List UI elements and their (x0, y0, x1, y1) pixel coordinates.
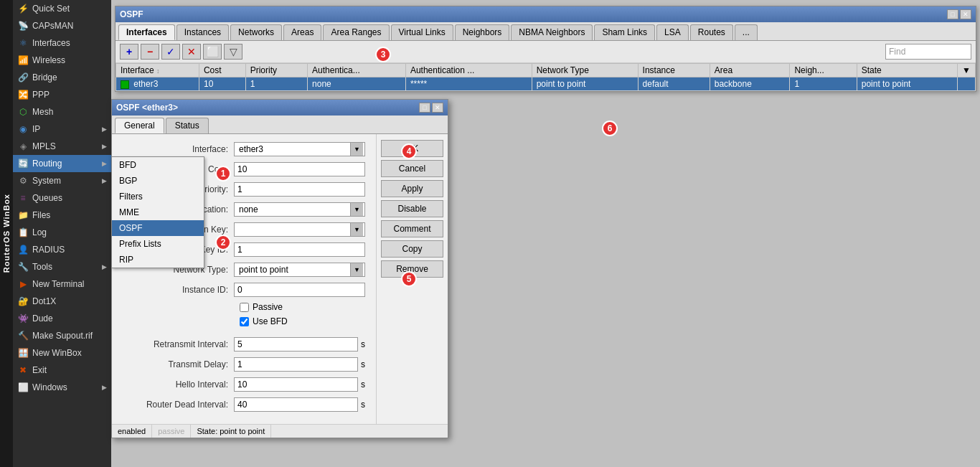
sidebar-item-new-terminal[interactable]: ▶ New Terminal (13, 275, 111, 293)
sidebar-item-exit[interactable]: ✖ Exit (13, 362, 111, 379)
interfaces-icon: ⚛ (17, 37, 29, 49)
sidebar-item-queues[interactable]: ≡ Queues (13, 189, 111, 207)
sidebar-item-new-winbox[interactable]: 🪟 New WinBox (13, 344, 111, 362)
tab-general[interactable]: General (115, 118, 164, 133)
passive-checkbox[interactable] (240, 303, 249, 312)
tab-status[interactable]: Status (166, 118, 209, 133)
tab-virtual-links[interactable]: Virtual Links (391, 24, 453, 40)
instance-id-input[interactable] (234, 283, 365, 297)
sidebar-label-dot1x: Dot1X (32, 296, 107, 306)
sidebar-item-radius[interactable]: 👤 RADIUS (13, 241, 111, 258)
routing-icon: 🔄 (17, 158, 29, 169)
sidebar-item-interfaces[interactable]: ⚛ Interfaces (13, 34, 111, 52)
copy-button[interactable]: Copy (381, 240, 443, 258)
auth-key-select[interactable]: ▼ (234, 222, 365, 237)
sidebar-label-mesh: Mesh (32, 107, 107, 117)
network-type-select[interactable]: point to point ▼ (234, 263, 365, 277)
sidebar-item-dude[interactable]: 👾 Dude (13, 310, 111, 327)
tab-interfaces[interactable]: Interfaces (118, 24, 175, 40)
tab-instances[interactable]: Instances (176, 24, 229, 40)
auth-key-dropdown-arrow[interactable]: ▼ (350, 223, 363, 236)
interface-status-icon (121, 80, 129, 89)
routing-submenu: BFD BGP Filters MME OSPF Prefix Lists RI… (111, 156, 204, 268)
table-row[interactable]: ether3 10 1 none ***** point to point de… (116, 77, 976, 91)
submenu-item-bgp[interactable]: BGP (112, 173, 204, 189)
sidebar-item-log[interactable]: 📋 Log (13, 224, 111, 241)
dialog-window-controls: □ ✕ (419, 103, 443, 113)
col-area: Area (710, 64, 790, 77)
cross-button[interactable]: ✕ (182, 44, 201, 60)
cell-interface: ether3 (116, 77, 199, 91)
interface-dropdown-arrow[interactable]: ▼ (350, 143, 363, 156)
sidebar-item-system[interactable]: ⚙ System ▶ (13, 172, 111, 189)
sidebar-item-wireless[interactable]: 📶 Wireless (13, 52, 111, 69)
sidebar-label-system: System (32, 176, 102, 186)
ospf-close-btn[interactable]: ✕ (960, 9, 971, 19)
tab-areas[interactable]: Areas (283, 24, 321, 40)
copy-button[interactable]: ⬜ (203, 44, 222, 60)
interface-select[interactable]: ether3 ▼ (234, 142, 365, 156)
sidebar-item-routing[interactable]: 🔄 Routing ▶ (13, 155, 111, 172)
find-input[interactable] (885, 44, 971, 60)
sidebar-item-windows[interactable]: ⬜ Windows ▶ (13, 379, 111, 396)
sidebar-item-files[interactable]: 📁 Files (13, 207, 111, 224)
tab-area-ranges[interactable]: Area Ranges (323, 24, 389, 40)
sidebar-item-tools[interactable]: 🔧 Tools ▶ (13, 258, 111, 275)
priority-input[interactable] (234, 182, 365, 197)
cell-state: point to point (857, 77, 957, 91)
tab-nbma-neighbors[interactable]: NBMA Neighbors (511, 24, 593, 40)
filter-button[interactable]: ▽ (224, 44, 242, 60)
tab-sham-links[interactable]: Sham Links (594, 24, 655, 40)
remove-button[interactable]: − (141, 44, 159, 60)
cancel-button[interactable]: Cancel (381, 160, 443, 177)
cost-input[interactable] (234, 162, 365, 176)
col-filter-arrow[interactable]: ▼ (958, 64, 976, 77)
app-title: RouterOS WinBox (2, 194, 11, 273)
submenu-item-rip[interactable]: RIP (112, 252, 204, 268)
tab-more[interactable]: ... (735, 24, 758, 40)
dialog-close-btn[interactable]: ✕ (432, 103, 443, 113)
sidebar-item-mesh[interactable]: ⬡ Mesh (13, 103, 111, 121)
retransmit-input[interactable] (234, 337, 358, 352)
submenu-item-filters[interactable]: Filters (112, 189, 204, 204)
auth-key-id-input[interactable] (234, 242, 365, 257)
tab-neighbors[interactable]: Neighbors (455, 24, 510, 40)
router-dead-row: Router Dead Interval: s (123, 397, 365, 412)
comment-button[interactable]: Comment (381, 220, 443, 237)
use-bfd-checkbox[interactable] (240, 317, 249, 326)
cell-cost: 10 (199, 77, 245, 91)
network-type-dropdown-arrow[interactable]: ▼ (350, 263, 363, 276)
sidebar-item-bridge[interactable]: 🔗 Bridge (13, 69, 111, 86)
submenu-item-prefix-lists[interactable]: Prefix Lists (112, 236, 204, 252)
sidebar-item-capsman[interactable]: 📡 CAPsMAN (13, 17, 111, 34)
sidebar-item-make-supout[interactable]: 🔨 Make Supout.rif (13, 327, 111, 344)
apply-button[interactable]: Apply (381, 180, 443, 197)
submenu-item-bfd[interactable]: BFD (112, 157, 204, 173)
sidebar-item-mpls[interactable]: ◈ MPLS ▶ (13, 138, 111, 155)
status-enabled: enabled (112, 425, 152, 438)
dialog-tab-bar: General Status (112, 115, 448, 134)
instance-id-label: Instance ID: (123, 285, 234, 295)
edit-button[interactable]: ✓ (161, 44, 180, 60)
submenu-item-mme[interactable]: MME (112, 204, 204, 220)
ospf-minimize-btn[interactable]: □ (947, 9, 958, 19)
add-button[interactable]: + (120, 44, 138, 60)
auth-dropdown-arrow[interactable]: ▼ (350, 203, 363, 216)
tab-networks[interactable]: Networks (230, 24, 282, 40)
hello-interval-input[interactable] (234, 377, 358, 392)
sidebar-item-quick-set[interactable]: ⚡ Quick Set (13, 0, 111, 17)
sidebar-item-ppp[interactable]: 🔀 PPP (13, 86, 111, 103)
authentication-select[interactable]: none ▼ (234, 202, 365, 217)
disable-button[interactable]: Disable (381, 200, 443, 217)
submenu-item-ospf[interactable]: OSPF (112, 220, 204, 236)
tab-lsa[interactable]: LSA (656, 24, 689, 40)
router-dead-input[interactable] (234, 397, 358, 412)
sidebar-item-dot1x[interactable]: 🔐 Dot1X (13, 293, 111, 310)
dialog-minimize-btn[interactable]: □ (419, 103, 430, 113)
sidebar-label-capsman: CAPsMAN (32, 21, 107, 31)
windows-icon: ⬜ (17, 382, 29, 393)
transmit-delay-input[interactable] (234, 357, 358, 372)
dialog-title: OSPF <ether3> (116, 103, 178, 113)
tab-routes[interactable]: Routes (690, 24, 733, 40)
sidebar-item-ip[interactable]: ◉ IP ▶ (13, 121, 111, 138)
